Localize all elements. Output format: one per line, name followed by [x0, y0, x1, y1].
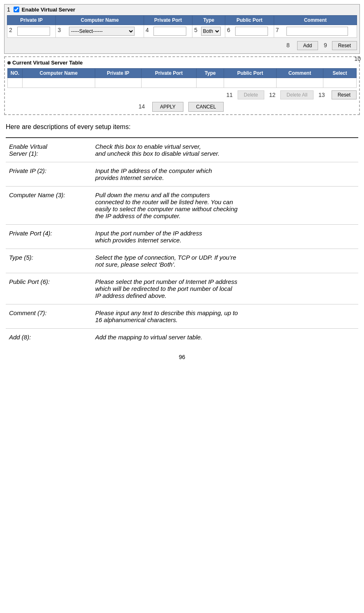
- current-section-title-text: Current Virtual Server Table: [12, 60, 82, 66]
- ct-empty-type: [197, 78, 224, 88]
- desc-label: Enable Virtual Server (1):: [6, 138, 92, 162]
- computer-name-select[interactable]: -----Select------: [69, 27, 135, 36]
- desc-item-row: Enable Virtual Server (1):Check this box…: [6, 138, 358, 162]
- col-header-private-ip: Private IP: [7, 16, 56, 25]
- ct-header-type: Type: [197, 69, 224, 78]
- number-10-badge: 10: [354, 55, 361, 62]
- comment-input[interactable]: [286, 27, 348, 36]
- desc-label: Private IP (2):: [6, 162, 92, 187]
- enable-section-header: 1 Enable Virtual Server: [7, 6, 357, 13]
- number-7-badge: 7: [276, 27, 279, 33]
- desc-item-row: Type (5):Select the type of connection, …: [6, 249, 358, 273]
- public-port-cell: 6: [225, 25, 274, 38]
- col-header-type: Type: [192, 16, 225, 25]
- number-6-badge: 6: [227, 27, 230, 33]
- desc-text: Please input any text to describe this m…: [92, 304, 358, 329]
- enable-virtual-server-checkbox[interactable]: [14, 7, 19, 12]
- col-header-comment: Comment: [274, 16, 357, 25]
- desc-item-row: Private IP (2):Input the IP address of t…: [6, 162, 358, 187]
- desc-item-row: Comment (7):Please input any text to des…: [6, 304, 358, 329]
- desc-text: Input the IP address of the computer whi…: [92, 162, 358, 187]
- ct-empty-private-port: [141, 78, 196, 88]
- desc-table: Enable Virtual Server (1):Check this box…: [6, 137, 358, 346]
- number-2-badge: 2: [9, 27, 12, 33]
- ct-header-comment: Comment: [276, 69, 323, 78]
- ct-empty-computer-name: [23, 78, 95, 88]
- type-cell: 5 Both TCP UDP: [192, 25, 225, 38]
- current-virtual-server-section: 10 Current Virtual Server Table NO. Comp…: [4, 56, 360, 115]
- virtual-server-section: 1 Enable Virtual Server Private IP Compu…: [4, 4, 360, 115]
- desc-text: Please select the port number of Interne…: [92, 273, 358, 304]
- reset-button[interactable]: Reset: [332, 41, 357, 50]
- number-13-badge: 13: [318, 92, 325, 98]
- desc-label: Private Port (4):: [6, 225, 92, 249]
- enable-section-title-text: Enable Virtual Server: [22, 7, 76, 13]
- apply-cancel-row: 14 APPLY CANCEL: [7, 102, 357, 112]
- private-port-cell: 4: [144, 25, 192, 38]
- number-9-badge: 9: [324, 42, 327, 48]
- current-section-title: Current Virtual Server Table: [7, 60, 357, 66]
- ct-empty-comment: [276, 78, 323, 88]
- col-header-computer-name: Computer Name: [56, 16, 144, 25]
- enable-virtual-server-box: 1 Enable Virtual Server Private IP Compu…: [4, 4, 360, 54]
- desc-text: Pull down the menu and all the computers…: [92, 187, 358, 225]
- page-number: 96: [4, 354, 360, 360]
- delete-row: 11 Delete 12 Delete All 13 Reset: [7, 90, 357, 99]
- current-reset-button[interactable]: Reset: [332, 90, 357, 99]
- computer-name-cell: 3 -----Select------: [56, 25, 144, 38]
- desc-text: Check this box to enable virtual server,…: [92, 138, 358, 162]
- ct-header-private-ip: Private IP: [95, 69, 141, 78]
- ct-empty-public-port: [224, 78, 277, 88]
- desc-item-row: Private Port (4):Input the port number o…: [6, 225, 358, 249]
- number-4-badge: 4: [146, 27, 149, 33]
- ct-empty-no: [8, 78, 23, 88]
- desc-label: Computer Name (3):: [6, 187, 92, 225]
- table-row: [8, 78, 357, 88]
- desc-label: Comment (7):: [6, 304, 92, 329]
- ct-header-computer-name: Computer Name: [23, 69, 95, 78]
- private-port-input[interactable]: [153, 27, 186, 36]
- delete-all-button: Delete All: [280, 90, 314, 99]
- desc-text: Select the type of connection, TCP or UD…: [92, 249, 358, 273]
- number-14-badge: 14: [139, 103, 145, 110]
- desc-label: Add (8):: [6, 329, 92, 346]
- number-11-badge: 11: [227, 92, 233, 98]
- desc-text: Add the mapping to virtual server table.: [92, 329, 358, 346]
- apply-button[interactable]: APPLY: [152, 102, 183, 112]
- ct-empty-select: [323, 78, 357, 88]
- ct-header-select: Select: [323, 69, 357, 78]
- desc-item-row: Add (8):Add the mapping to virtual serve…: [6, 329, 358, 346]
- number-8-badge: 8: [286, 42, 290, 48]
- desc-item-row: Public Port (6):Please select the port n…: [6, 273, 358, 304]
- desc-label: Public Port (6):: [6, 273, 92, 304]
- number-5-badge: 5: [194, 27, 197, 33]
- desc-label: Type (5):: [6, 249, 92, 273]
- col-header-private-port: Private Port: [144, 16, 192, 25]
- col-header-public-port: Public Port: [225, 16, 274, 25]
- type-select[interactable]: Both TCP UDP: [201, 27, 221, 36]
- desc-text: Input the port number of the IP address …: [92, 225, 358, 249]
- public-port-input[interactable]: [235, 27, 268, 36]
- ct-header-no: NO.: [8, 69, 23, 78]
- cancel-button[interactable]: CANCEL: [188, 102, 224, 112]
- number-1-badge: 1: [7, 6, 10, 13]
- desc-intro: Here are descriptions of every setup ite…: [6, 123, 358, 131]
- ct-empty-private-ip: [95, 78, 141, 88]
- current-table: NO. Computer Name Private IP Private Por…: [7, 68, 357, 88]
- number-3-badge: 3: [57, 27, 61, 33]
- delete-button: Delete: [238, 90, 264, 99]
- number-12-badge: 12: [269, 92, 276, 98]
- ct-header-private-port: Private Port: [141, 69, 196, 78]
- descriptions-section: Here are descriptions of every setup ite…: [4, 123, 360, 346]
- add-reset-row: 8 Add 9 Reset: [7, 39, 357, 52]
- desc-item-row: Computer Name (3):Pull down the menu and…: [6, 187, 358, 225]
- private-ip-input[interactable]: [17, 27, 50, 36]
- ct-header-public-port: Public Port: [224, 69, 277, 78]
- bullet-icon: [7, 61, 11, 65]
- form-table: Private IP Computer Name Private Port Ty…: [7, 15, 357, 38]
- private-ip-cell: 2: [7, 25, 56, 38]
- comment-cell: 7: [274, 25, 357, 38]
- add-button[interactable]: Add: [297, 41, 318, 50]
